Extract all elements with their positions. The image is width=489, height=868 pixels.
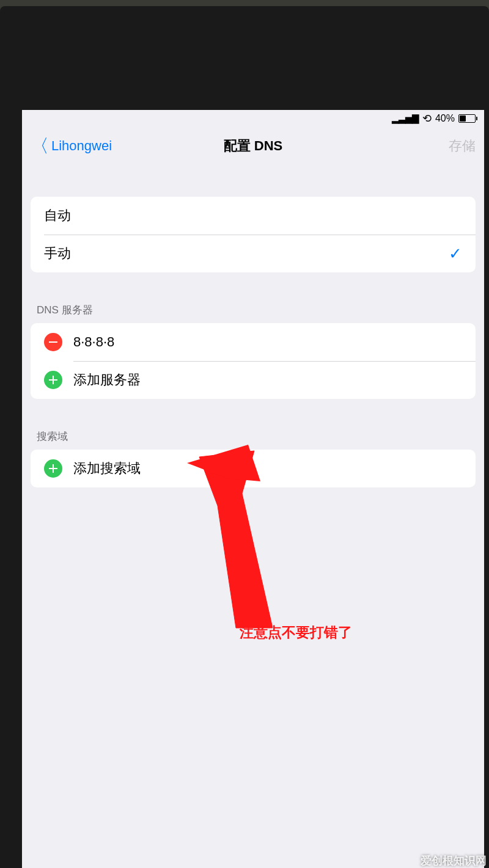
remove-icon[interactable]: [44, 333, 62, 351]
back-label: Lihongwei: [51, 138, 112, 154]
add-search-domain-label: 添加搜索域: [73, 459, 141, 478]
mode-auto-label: 自动: [44, 206, 71, 225]
dns-servers-section: DNS 服务器 8·8·8·8 添加服务器: [22, 303, 484, 399]
signal-icon: ▂▃▅▇: [392, 113, 419, 124]
mode-auto-row[interactable]: 自动: [31, 197, 476, 235]
dns-mode-section: 自动 手动 ✓: [22, 197, 484, 272]
page-title: 配置 DNS: [224, 137, 283, 155]
search-domains-header: 搜索域: [22, 429, 484, 450]
annotation-text: 注意点不要打错了: [240, 623, 352, 642]
dns-servers-group: 8·8·8·8 添加服务器: [31, 323, 476, 399]
checkmark-icon: ✓: [449, 244, 462, 263]
dns-mode-group: 自动 手动 ✓: [31, 197, 476, 272]
add-search-domain-row[interactable]: 添加搜索域: [31, 450, 476, 487]
mode-manual-row[interactable]: 手动 ✓: [31, 235, 476, 272]
back-button[interactable]: 〈 Lihongwei: [31, 137, 112, 155]
dns-server-row[interactable]: 8·8·8·8: [31, 323, 476, 361]
dns-server-value: 8·8·8·8: [73, 334, 114, 350]
settings-body: 自动 手动 ✓ DNS 服务器 8·8·8·8 添加服务器: [22, 165, 484, 487]
search-domains-group: 添加搜索域: [31, 450, 476, 487]
dns-servers-header: DNS 服务器: [22, 303, 484, 323]
watermark: 爱创根知识网: [421, 853, 487, 868]
chevron-left-icon: 〈: [31, 137, 49, 155]
search-domains-section: 搜索域 添加搜索域: [22, 429, 484, 487]
add-server-row[interactable]: 添加服务器: [31, 361, 476, 399]
battery-icon: [458, 114, 476, 123]
save-button[interactable]: 存储: [449, 137, 476, 155]
nav-bar: 〈 Lihongwei 配置 DNS 存储: [22, 127, 484, 165]
add-icon[interactable]: [44, 371, 62, 389]
add-server-label: 添加服务器: [73, 371, 141, 389]
battery-percent: 40%: [435, 113, 455, 124]
status-bar: ▂▃▅▇ ⟲ 40%: [22, 110, 484, 127]
add-icon[interactable]: [44, 459, 62, 478]
mode-manual-label: 手动: [44, 244, 71, 263]
screen: ▂▃▅▇ ⟲ 40% 〈 Lihongwei 配置 DNS 存储 自动 手动 ✓: [22, 110, 484, 868]
hotspot-icon: ⟲: [422, 112, 432, 125]
